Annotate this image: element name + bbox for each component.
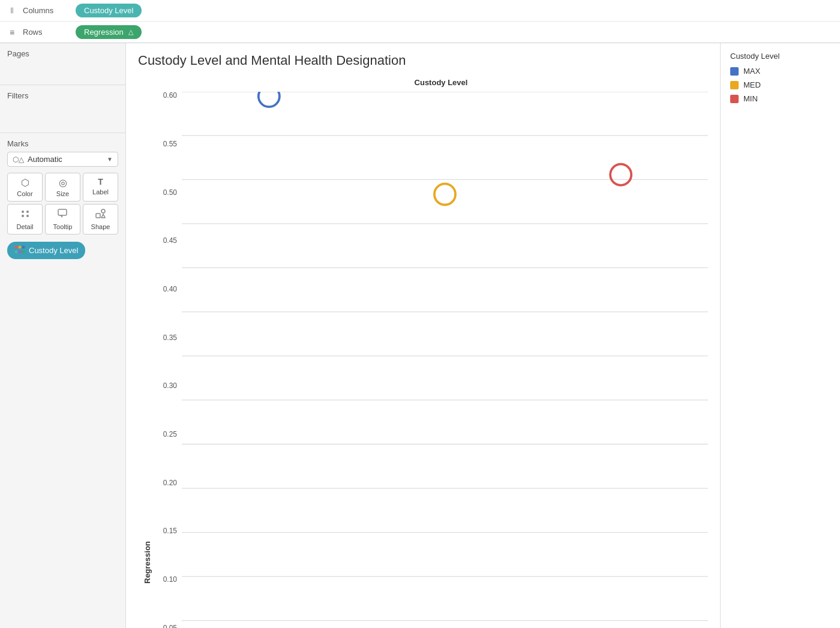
legend-color-min xyxy=(730,95,739,103)
legend-panel: Custody Level MAX MED MIN xyxy=(720,43,840,628)
y-tick-5: 0.25 xyxy=(152,431,182,438)
svg-rect-4 xyxy=(58,209,67,215)
svg-point-10 xyxy=(19,246,22,249)
y-tick-10: 0.50 xyxy=(152,189,182,196)
y-axis-title: Regression xyxy=(138,92,152,584)
svg-point-7 xyxy=(101,209,105,213)
plot-main: 0.00 0.05 0.10 0.15 0.20 0.25 0.30 0.35 … xyxy=(152,92,708,628)
y-tick-9: 0.45 xyxy=(152,237,182,244)
svg-point-0 xyxy=(22,211,24,213)
columns-label: Columns xyxy=(23,6,71,15)
data-point-max xyxy=(259,92,280,107)
sidebar: Pages Filters Marks ⬡△ Automatic ▼ ⬡ Col… xyxy=(0,43,126,628)
rows-shelf-row: ≡ Rows Regression xyxy=(0,22,840,43)
y-tick-8: 0.40 xyxy=(152,286,182,293)
y-tick-12: 0.60 xyxy=(152,92,182,99)
marks-title: Marks xyxy=(7,139,118,148)
main-body: Pages Filters Marks ⬡△ Automatic ▼ ⬡ Col… xyxy=(0,43,840,628)
shape-label: Shape xyxy=(91,223,110,230)
svg-point-13 xyxy=(19,251,22,254)
pages-section: Pages xyxy=(0,43,125,85)
marks-section: Marks ⬡△ Automatic ▼ ⬡ Color ◎ Size T La… xyxy=(0,133,125,265)
y-tick-11: 0.55 xyxy=(152,140,182,148)
columns-shelf-row: ⦀ Columns Custody Level xyxy=(0,0,840,22)
custody-dots-icon xyxy=(14,245,25,256)
detail-button[interactable]: Detail xyxy=(7,204,43,235)
rows-icon: ≡ xyxy=(6,28,18,37)
grid-svg xyxy=(182,92,708,628)
legend-color-med xyxy=(730,81,739,89)
svg-point-3 xyxy=(26,215,29,217)
x-axis-title: Custody Level xyxy=(174,78,708,87)
y-tick-6: 0.30 xyxy=(152,382,182,389)
y-tick-1: 0.05 xyxy=(152,624,182,628)
shape-button[interactable]: Shape xyxy=(83,204,118,235)
plot-with-axes: 0.00 0.05 0.10 0.15 0.20 0.25 0.30 0.35 … xyxy=(152,92,708,584)
rows-pill[interactable]: Regression xyxy=(76,25,142,39)
data-point-min xyxy=(610,164,631,185)
svg-rect-6 xyxy=(96,214,100,218)
svg-point-12 xyxy=(15,251,18,254)
legend-item-max: MAX xyxy=(730,67,830,76)
filters-section: Filters xyxy=(0,85,125,133)
filters-title: Filters xyxy=(7,91,118,100)
marks-dropdown-icon: ⬡△ xyxy=(13,155,24,164)
columns-pill[interactable]: Custody Level xyxy=(76,4,142,17)
marks-dropdown-arrow: ▼ xyxy=(107,156,113,163)
svg-point-1 xyxy=(26,211,29,213)
legend-color-max xyxy=(730,67,739,76)
tooltip-icon xyxy=(58,208,68,221)
detail-icon xyxy=(20,208,31,221)
marks-dropdown[interactable]: ⬡△ Automatic ▼ xyxy=(7,152,118,167)
color-label: Color xyxy=(17,190,32,197)
legend-label-min: MIN xyxy=(743,94,758,103)
custody-level-btn-label: Custody Level xyxy=(29,246,78,255)
svg-point-9 xyxy=(15,246,18,249)
pages-title: Pages xyxy=(7,49,118,58)
label-icon: T xyxy=(98,177,103,187)
svg-marker-8 xyxy=(101,214,105,218)
legend-title: Custody Level xyxy=(730,52,830,61)
shape-icon xyxy=(95,208,106,221)
size-button[interactable]: ◎ Size xyxy=(45,173,80,202)
svg-point-2 xyxy=(22,215,24,217)
data-point-med xyxy=(434,184,455,205)
svg-point-11 xyxy=(22,246,25,249)
legend-item-min: MIN xyxy=(730,94,830,103)
marks-dropdown-label: Automatic xyxy=(28,155,107,164)
plot-canvas xyxy=(182,92,708,628)
custody-level-button[interactable]: Custody Level xyxy=(7,242,85,259)
color-button[interactable]: ⬡ Color xyxy=(7,173,43,202)
size-label: Size xyxy=(56,190,69,197)
y-tick-3: 0.15 xyxy=(152,527,182,534)
legend-item-med: MED xyxy=(730,80,830,89)
color-icon: ⬡ xyxy=(21,177,29,188)
y-tick-7: 0.35 xyxy=(152,334,182,341)
tooltip-label: Tooltip xyxy=(53,223,73,230)
shelf-area: ⦀ Columns Custody Level ≡ Rows Regressio… xyxy=(0,0,840,43)
tooltip-button[interactable]: Tooltip xyxy=(45,204,80,235)
label-button[interactable]: T Label xyxy=(83,173,118,202)
size-icon: ◎ xyxy=(59,177,67,188)
marks-buttons: ⬡ Color ◎ Size T Label xyxy=(7,173,118,235)
detail-label: Detail xyxy=(16,223,33,230)
legend-label-med: MED xyxy=(743,80,761,89)
label-label: Label xyxy=(92,188,109,196)
chart-title: Custody Level and Mental Health Designat… xyxy=(138,53,708,68)
legend-label-max: MAX xyxy=(743,67,760,76)
chart-area: Custody Level and Mental Health Designat… xyxy=(126,43,720,628)
y-tick-4: 0.20 xyxy=(152,479,182,486)
columns-icon: ⦀ xyxy=(6,5,18,16)
svg-point-14 xyxy=(22,251,25,254)
chart-inner: Regression 0.00 0.05 0.10 0.15 0.20 0.25… xyxy=(138,92,708,584)
rows-label: Rows xyxy=(23,28,71,37)
y-ticks: 0.00 0.05 0.10 0.15 0.20 0.25 0.30 0.35 … xyxy=(152,92,182,628)
y-tick-2: 0.10 xyxy=(152,576,182,583)
